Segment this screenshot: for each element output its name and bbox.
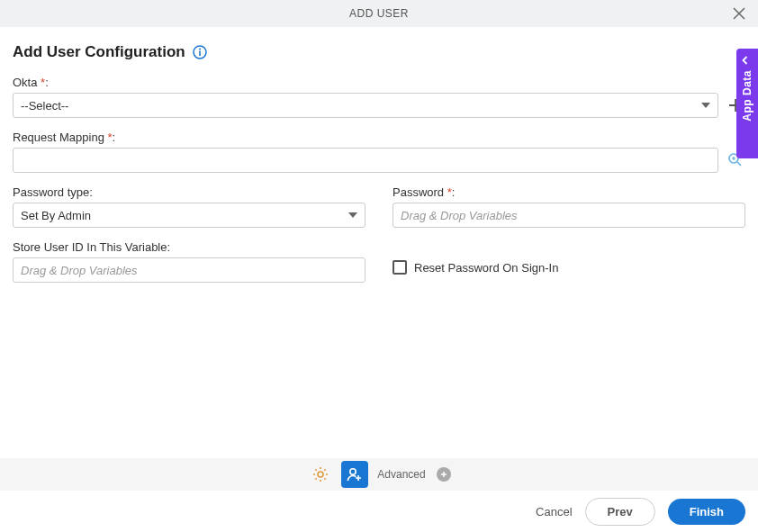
- request-mapping-row: Request Mapping *:: [13, 131, 745, 173]
- cancel-button[interactable]: Cancel: [536, 505, 572, 518]
- user-add-tab-icon[interactable]: [341, 461, 368, 488]
- dialog-header: ADD USER: [0, 0, 758, 27]
- okta-label: Okta *:: [13, 76, 745, 89]
- request-mapping-label: Request Mapping *:: [13, 131, 745, 144]
- app-data-tab[interactable]: App Data: [736, 49, 758, 158]
- svg-point-1: [199, 49, 201, 50]
- request-mapping-input[interactable]: [13, 148, 718, 173]
- finish-button[interactable]: Finish: [668, 499, 745, 525]
- reset-password-col: Reset Password On Sign-In: [393, 240, 745, 283]
- password-col: Password *:: [393, 185, 745, 228]
- password-label: Password *:: [393, 185, 745, 199]
- advanced-expand-icon[interactable]: [437, 467, 451, 482]
- reset-password-checkbox[interactable]: [393, 260, 407, 275]
- tab-bar: Advanced: [0, 458, 758, 491]
- svg-point-4: [318, 472, 323, 477]
- prev-button[interactable]: Prev: [585, 498, 655, 526]
- store-userid-col: Store User ID In This Variable:: [13, 240, 365, 283]
- password-type-select[interactable]: Set By Admin: [13, 203, 365, 228]
- content-area: Add User Configuration Okta *: --Select-…: [0, 27, 758, 283]
- reset-password-label: Reset Password On Sign-In: [414, 261, 558, 275]
- svg-rect-2: [199, 51, 201, 57]
- close-icon[interactable]: [731, 5, 747, 22]
- password-type-label: Password type:: [13, 185, 365, 199]
- store-userid-input[interactable]: [13, 257, 365, 283]
- settings-tab-icon[interactable]: [307, 461, 334, 488]
- page-title: Add User Configuration: [13, 43, 185, 61]
- password-input[interactable]: [393, 203, 745, 228]
- okta-field-row: Okta *: --Select--: [13, 76, 745, 118]
- footer: Cancel Prev Finish: [0, 491, 758, 532]
- okta-select[interactable]: --Select--: [13, 93, 718, 118]
- app-data-label: App Data: [741, 70, 753, 122]
- dialog-title: ADD USER: [349, 7, 409, 20]
- password-type-col: Password type: Set By Admin: [13, 185, 365, 228]
- page-title-row: Add User Configuration: [13, 43, 745, 61]
- info-icon[interactable]: [193, 45, 207, 59]
- advanced-label: Advanced: [377, 468, 425, 481]
- chevron-left-icon: [741, 54, 753, 67]
- store-userid-label: Store User ID In This Variable:: [13, 240, 365, 254]
- svg-point-5: [350, 469, 356, 474]
